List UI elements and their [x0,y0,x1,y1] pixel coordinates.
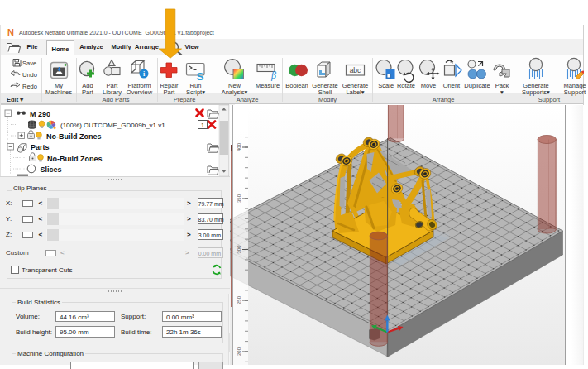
svg-text:S: S [196,70,203,83]
svg-text:β: β [270,69,276,81]
svg-text:200: 200 [237,347,241,356]
svg-text:400: 400 [237,142,241,151]
svg-text:abc: abc [350,66,361,74]
svg-text:1: 1 [201,122,204,128]
svg-text:350: 350 [237,194,241,203]
svg-text:300: 300 [237,245,241,254]
svg-text:250: 250 [237,295,241,304]
